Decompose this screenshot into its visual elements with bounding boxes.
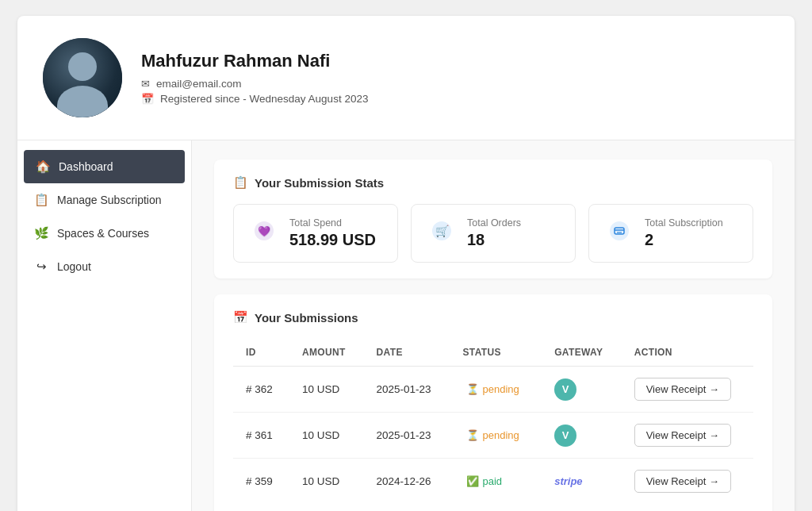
col-id: ID — [233, 339, 289, 367]
profile-email: email@email.com — [156, 78, 241, 90]
profile-name: Mahfuzur Rahman Nafi — [141, 51, 769, 71]
main-content: 📋 Your Submission Stats 💜 Total Spend — [192, 140, 795, 511]
pending-icon: ⏳ — [466, 383, 479, 395]
row-gateway: V — [542, 413, 621, 459]
col-action: ACTION — [622, 339, 753, 367]
submissions-table: ID AMOUNT DATE STATUS GATEWAY ACTION # 3… — [233, 339, 753, 504]
sidebar: 🏠 Dashboard 📋 Manage Subscription 🌿 Spac… — [17, 140, 192, 511]
gateway-viva-badge: V — [554, 425, 576, 447]
submissions-title: Your Submissions — [255, 311, 358, 325]
status-text: paid — [483, 475, 503, 487]
col-date: DATE — [364, 339, 450, 367]
row-status: ✅ paid — [450, 459, 542, 505]
sidebar-item-dashboard[interactable]: 🏠 Dashboard — [24, 150, 185, 183]
stat-spend-value: 518.99 USD — [289, 231, 376, 249]
table-head: ID AMOUNT DATE STATUS GATEWAY ACTION — [233, 339, 753, 367]
sidebar-item-logout[interactable]: ↪ Logout — [17, 250, 191, 283]
svg-text:🛒: 🛒 — [435, 225, 450, 238]
status-text: pending — [483, 383, 519, 395]
row-id: # 359 — [233, 459, 289, 505]
leaf-icon: 🌿 — [33, 226, 49, 240]
home-icon: 🏠 — [35, 159, 51, 174]
stat-subscription-value: 2 — [645, 231, 723, 249]
sidebar-item-manage-subscription[interactable]: 📋 Manage Subscription — [17, 183, 191, 217]
submissions-section-header: 📅 Your Submissions — [233, 310, 753, 325]
stats-section-icon: 📋 — [233, 175, 248, 190]
table-body: # 362 10 USD 2025-01-23 ⏳ pending V — [233, 367, 753, 505]
row-gateway: V — [542, 367, 621, 413]
pending-icon: ⏳ — [466, 429, 479, 441]
row-gateway: stripe — [542, 459, 621, 505]
view-receipt-button[interactable]: View Receipt → — [634, 378, 731, 401]
col-status: STATUS — [450, 339, 542, 367]
list-icon: 📋 — [33, 193, 49, 207]
stat-spend-label: Total Spend — [289, 217, 376, 229]
profile-header: Mahfuzur Rahman Nafi ✉ email@email.com 📅… — [17, 16, 795, 140]
view-receipt-button[interactable]: View Receipt → — [634, 470, 731, 493]
stats-section-header: 📋 Your Submission Stats — [233, 175, 753, 190]
stat-subscription-label: Total Subscription — [645, 217, 723, 229]
stat-total-orders: 🛒 Total Orders 18 — [411, 204, 576, 263]
profile-registered: Registered since - Wednesday August 2023 — [160, 93, 368, 105]
col-amount: AMOUNT — [289, 339, 364, 367]
table-row: # 362 10 USD 2025-01-23 ⏳ pending V — [233, 367, 753, 413]
gateway-stripe-badge: stripe — [554, 475, 582, 487]
gateway-viva-badge: V — [554, 378, 576, 401]
submissions-section: 📅 Your Submissions ID AMOUNT DATE STATUS… — [214, 294, 772, 511]
stat-total-spend: 💜 Total Spend 518.99 USD — [233, 204, 398, 263]
view-receipt-button[interactable]: View Receipt → — [634, 424, 731, 447]
status-badge-pending: ⏳ pending — [463, 428, 523, 443]
row-action: View Receipt → — [622, 367, 753, 413]
stat-orders-label: Total Orders — [467, 217, 521, 229]
sidebar-label-spaces-courses: Spaces & Courses — [57, 227, 149, 240]
email-icon: ✉ — [141, 78, 150, 90]
body-wrap: 🏠 Dashboard 📋 Manage Subscription 🌿 Spac… — [17, 140, 795, 511]
row-id: # 361 — [233, 413, 289, 459]
col-gateway: GATEWAY — [542, 339, 621, 367]
stat-spend-content: Total Spend 518.99 USD — [289, 217, 376, 249]
spend-icon: 💜 — [250, 220, 278, 247]
profile-registered-row: 📅 Registered since - Wednesday August 20… — [141, 93, 769, 105]
logout-icon: ↪ — [33, 259, 49, 274]
table-row: # 361 10 USD 2025-01-23 ⏳ pending V — [233, 413, 753, 459]
table-row: # 359 10 USD 2024-12-26 ✅ paid stripe — [233, 459, 753, 505]
row-date: 2025-01-23 — [364, 367, 450, 413]
status-badge-pending: ⏳ pending — [463, 382, 523, 397]
row-amount: 10 USD — [289, 459, 364, 505]
orders-icon: 🛒 — [427, 220, 456, 247]
row-amount: 10 USD — [289, 367, 364, 413]
svg-point-4 — [610, 221, 629, 240]
status-text: pending — [483, 429, 519, 441]
avatar — [43, 38, 122, 117]
paid-icon: ✅ — [466, 475, 479, 487]
stats-section-title: Your Submission Stats — [255, 176, 384, 190]
row-date: 2025-01-23 — [364, 413, 450, 459]
row-amount: 10 USD — [289, 413, 364, 459]
row-date: 2024-12-26 — [364, 459, 450, 505]
avatar-image — [43, 38, 122, 117]
status-badge-paid: ✅ paid — [463, 474, 506, 489]
row-id: # 362 — [233, 367, 289, 413]
sidebar-label-logout: Logout — [57, 260, 91, 273]
stat-orders-value: 18 — [467, 231, 521, 249]
row-action: View Receipt → — [622, 459, 753, 505]
stats-section: 📋 Your Submission Stats 💜 Total Spend — [214, 159, 772, 279]
profile-info: Mahfuzur Rahman Nafi ✉ email@email.com 📅… — [141, 51, 769, 105]
sidebar-label-manage-subscription: Manage Subscription — [57, 194, 162, 206]
stats-grid: 💜 Total Spend 518.99 USD 🛒 — [233, 204, 753, 263]
sidebar-item-spaces-courses[interactable]: 🌿 Spaces & Courses — [17, 217, 191, 250]
stat-total-subscription: Total Subscription 2 — [588, 204, 753, 263]
submissions-icon: 📅 — [233, 310, 248, 325]
calendar-icon: 📅 — [141, 93, 154, 105]
svg-text:💜: 💜 — [258, 225, 271, 238]
row-status: ⏳ pending — [450, 413, 542, 459]
row-status: ⏳ pending — [450, 367, 542, 413]
profile-meta: ✉ email@email.com 📅 Registered since - W… — [141, 78, 769, 105]
row-action: View Receipt → — [622, 413, 753, 459]
subscription-icon — [605, 220, 634, 247]
main-container: Mahfuzur Rahman Nafi ✉ email@email.com 📅… — [17, 16, 795, 511]
stat-orders-content: Total Orders 18 — [467, 217, 521, 249]
sidebar-label-dashboard: Dashboard — [59, 160, 113, 173]
profile-email-row: ✉ email@email.com — [141, 78, 769, 90]
table-header-row: ID AMOUNT DATE STATUS GATEWAY ACTION — [233, 339, 753, 367]
